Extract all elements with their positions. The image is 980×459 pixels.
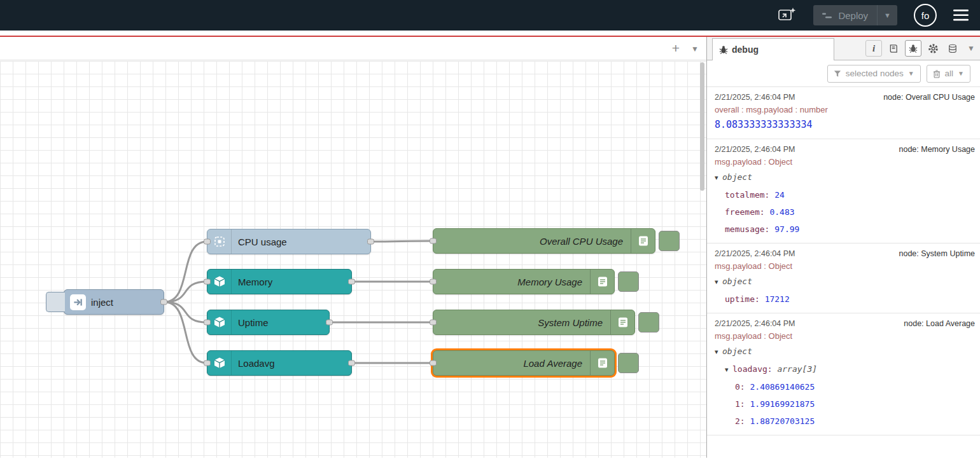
bug-icon — [719, 45, 728, 54]
tab-help-button[interactable] — [885, 40, 902, 57]
debug-message-meta: 2/21/2025, 2:46:04 PMnode: System Uptime — [715, 247, 975, 260]
debug-message-body: ▾objecttotalmem: 24freemem: 0.483memusag… — [715, 168, 975, 238]
debug-toggle-button[interactable] — [618, 271, 639, 292]
node-inject[interactable]: inject — [64, 289, 164, 315]
output-port[interactable] — [348, 360, 355, 366]
node-debug-memory[interactable]: Memory Usage — [433, 269, 615, 294]
debug-message-body: ▾objectuptime: 17212 — [715, 273, 975, 308]
cube-icon — [207, 270, 232, 294]
debug-value-row: uptime: 17212 — [715, 291, 975, 308]
debug-message[interactable]: 2/21/2025, 2:46:04 PMnode: System Uptime… — [707, 243, 980, 313]
sidebar-tab-icons: i — [865, 40, 975, 57]
tab-context-button[interactable] — [944, 40, 961, 57]
object-key: 1: — [735, 399, 750, 409]
debug-message-body: ▾object▾loadavg: array[3]0: 2.4086914062… — [715, 343, 975, 430]
object-value: 0.483 — [769, 207, 794, 217]
debug-toggle-button[interactable] — [659, 231, 680, 251]
canvas-scrollbar[interactable] — [700, 62, 704, 191]
debug-toggle-button[interactable] — [618, 353, 639, 373]
cube-icon — [207, 351, 232, 375]
node-cpu-usage[interactable]: CPU usage — [207, 229, 371, 254]
debug-message-meta: 2/21/2025, 2:46:04 PMnode: Memory Usage — [715, 143, 975, 156]
input-port[interactable] — [430, 320, 437, 325]
wire[interactable] — [164, 282, 207, 302]
input-port[interactable] — [204, 360, 211, 366]
output-port[interactable] — [326, 320, 333, 325]
flow-canvas-grid[interactable]: inject CPU usage — [0, 61, 706, 458]
debug-value-row: freemem: 0.483 — [715, 203, 975, 221]
object-value: 8.083333333333334 — [715, 119, 813, 130]
inject-icon — [64, 290, 91, 314]
deploy-button-main[interactable]: Deploy — [813, 5, 877, 25]
debug-console-icon — [590, 351, 614, 375]
chevron-down-icon: ▼ — [884, 11, 891, 19]
tab-debug[interactable]: debug — [712, 38, 834, 60]
wire[interactable] — [371, 241, 433, 242]
user-avatar[interactable]: fo — [914, 4, 937, 27]
input-port[interactable] — [430, 360, 437, 366]
debug-property-path: msg.payload : Object — [715, 260, 975, 273]
header: Deploy ▼ fo — [0, 0, 980, 31]
tab-debug-icon-button[interactable] — [905, 40, 921, 57]
output-port[interactable] — [367, 239, 374, 245]
debug-value-row: 2: 1.88720703125 — [715, 413, 975, 430]
assistant-icon-button[interactable] — [778, 7, 797, 24]
node-loadavg[interactable]: Loadavg — [207, 350, 352, 376]
debug-toggle-button[interactable] — [638, 312, 659, 332]
debug-property-path: msg.payload : Object — [715, 330, 975, 343]
debug-message[interactable]: 2/21/2025, 2:46:04 PMnode: Load Averagem… — [707, 313, 980, 435]
debug-timestamp: 2/21/2025, 2:46:04 PM — [715, 247, 795, 260]
collapse-caret-icon[interactable]: ▾ — [715, 273, 722, 291]
debug-message-body: 8.083333333333334 — [715, 116, 975, 134]
sidebar-menu-button[interactable]: ▼ — [967, 44, 975, 53]
tab-info-button[interactable]: i — [865, 40, 882, 57]
inject-run-button[interactable] — [46, 292, 65, 312]
tab-debug-label: debug — [732, 45, 759, 55]
flow-workspace[interactable]: + ▼ — [0, 37, 706, 458]
deploy-menu-button[interactable]: ▼ — [877, 5, 897, 25]
gear-icon — [928, 43, 939, 54]
output-port[interactable] — [348, 279, 355, 285]
input-port[interactable] — [204, 320, 211, 325]
node-uptime[interactable]: Uptime — [207, 310, 330, 335]
node-memory[interactable]: Memory — [207, 269, 352, 294]
tab-config-button[interactable] — [925, 40, 941, 57]
wire[interactable] — [164, 302, 207, 322]
debug-value-row: ▾object — [715, 343, 975, 360]
input-port[interactable] — [204, 279, 211, 285]
debug-console-icon — [590, 270, 614, 294]
cpu-chip-icon — [207, 230, 232, 254]
filter-funnel-icon — [834, 70, 841, 78]
object-key: freemem: — [725, 207, 769, 217]
collapse-caret-icon[interactable]: ▾ — [725, 361, 732, 378]
debug-value-row: memusage: 97.99 — [715, 221, 975, 238]
debug-source-node: node: Memory Usage — [899, 143, 975, 156]
debug-message[interactable]: 2/21/2025, 2:46:04 PMnode: Overall CPU U… — [707, 87, 980, 139]
output-port[interactable] — [160, 299, 167, 305]
node-debug-loadavg[interactable]: Load Average — [433, 350, 615, 376]
input-port[interactable] — [204, 239, 211, 245]
object-key: 2: — [735, 416, 750, 426]
debug-value-row: ▾loadavg: array[3] — [715, 360, 975, 378]
input-port[interactable] — [430, 238, 437, 244]
debug-message-list: 2/21/2025, 2:46:04 PMnode: Overall CPU U… — [707, 87, 980, 458]
node-debug-uptime[interactable]: System Uptime — [433, 310, 635, 335]
wires-layer — [0, 61, 706, 458]
input-port[interactable] — [430, 279, 437, 285]
deploy-button[interactable]: Deploy ▼ — [813, 5, 897, 25]
debug-filter-label: selected nodes — [846, 69, 904, 78]
main-menu-button[interactable] — [953, 10, 969, 21]
debug-source-node: node: System Uptime — [899, 247, 976, 260]
object-key: totalmem: — [725, 190, 774, 200]
debug-clear-button[interactable]: all ▼ — [927, 65, 970, 83]
debug-property-path: overall : msg.payload : number — [715, 104, 975, 116]
collapse-caret-icon[interactable]: ▾ — [715, 169, 722, 186]
add-flow-button[interactable]: + — [672, 41, 680, 56]
book-icon — [889, 44, 899, 53]
debug-filter-button[interactable]: selected nodes ▼ — [827, 65, 921, 83]
debug-message[interactable]: 2/21/2025, 2:46:04 PMnode: Memory Usagem… — [707, 139, 980, 243]
flow-list-button[interactable]: ▼ — [691, 41, 699, 57]
collapse-caret-icon[interactable]: ▾ — [715, 343, 722, 360]
theme-accent-strip — [0, 31, 980, 37]
node-debug-overall-cpu[interactable]: Overall CPU Usage — [433, 228, 655, 254]
